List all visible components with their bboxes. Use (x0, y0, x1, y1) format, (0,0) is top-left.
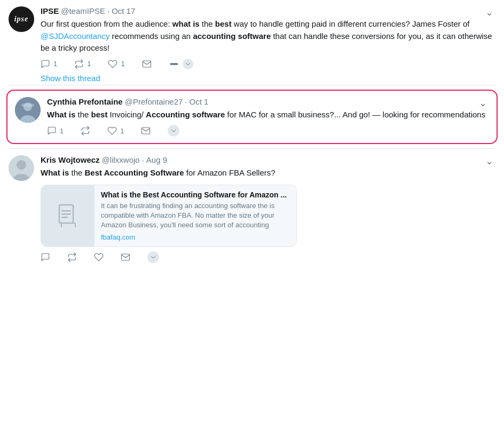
tweet-kris-dot: · (142, 155, 144, 164)
tweet-ipse-comment-count: 1 (53, 60, 57, 68)
tweet-ipse-chevron[interactable]: ⌄ (483, 6, 495, 18)
tweet-kris-chevron[interactable]: ⌄ (483, 155, 495, 167)
svg-rect-10 (61, 210, 71, 212)
tweet-kris-more-action[interactable] (147, 251, 159, 263)
link-card-description: It can be frustrating finding an account… (101, 201, 290, 231)
link-card[interactable]: What is the Best Accounting Software for… (41, 185, 297, 248)
more-icon (169, 59, 179, 69)
tweet-ipse-actions: 1 1 1 (41, 59, 495, 69)
comment-icon-2 (47, 126, 57, 136)
tweet-cynthia-body: Cynthia Prefontaine @Prefontaine27 · Oct… (15, 97, 489, 137)
tweet-ipse-meta: IPSE @teamIPSE · Oct 17 (41, 6, 135, 15)
avatar-cynthia (15, 97, 41, 123)
tweet-ipse-author: IPSE (41, 6, 59, 15)
tweet-kris-actions (41, 251, 495, 263)
tweet-cynthia-like-action[interactable]: 1 (107, 126, 124, 136)
tweet-kris-meta: Kris Wojtowecz @lilxxwojo · Aug 9 (41, 155, 167, 164)
tweet-cynthia-author: Cynthia Prefontaine (47, 97, 123, 106)
link-card-content: What is the Best Accounting Software for… (94, 185, 296, 247)
tweet-kris-text: What is the Best Accounting Software for… (41, 167, 495, 179)
tweet-ipse-like-count: 1 (121, 60, 124, 68)
tweet-cynthia-chevron[interactable]: ⌄ (477, 97, 489, 109)
avatar-cynthia-image (15, 97, 41, 123)
tweet-cynthia-date: Oct 1 (190, 97, 209, 106)
tweet-cynthia-dot: · (185, 97, 187, 106)
svg-rect-5 (21, 104, 34, 107)
heart-icon-3 (94, 252, 104, 262)
avatar-kris (9, 155, 34, 181)
tweet-cynthia-text: What is the best Invoicing/ Accounting s… (47, 109, 489, 121)
retweet-icon (74, 59, 84, 69)
tweet-kris-handle: @lilxxwojo (102, 155, 140, 164)
tweet-ipse-dot: · (107, 6, 109, 15)
avatar-kris-image (9, 155, 34, 181)
svg-rect-12 (61, 217, 68, 218)
svg-rect-0 (170, 63, 178, 65)
tweet-kris-like-action[interactable] (94, 252, 104, 262)
link-card-thumbnail (41, 185, 94, 247)
tweet-cynthia-message-action[interactable] (141, 126, 151, 136)
mail-icon-2 (141, 126, 151, 136)
tweet-cynthia-like-count: 1 (120, 127, 124, 135)
tweet-ipse-handle: @teamIPSE (61, 6, 105, 15)
tweet-cynthia-more-action[interactable] (168, 125, 179, 137)
comment-icon-3 (41, 252, 50, 262)
divider-1 (9, 85, 495, 85)
tweet-kris-author: Kris Wojtowecz (41, 155, 100, 164)
comment-icon (41, 59, 50, 69)
tweet-kris-body: Kris Wojtowecz @lilxxwojo · Aug 9 ⌄ What… (9, 155, 495, 263)
tweet-ipse-container: ipse IPSE @teamIPSE · Oct 17 ⌄ Our first… (0, 0, 504, 85)
retweet-icon-2 (81, 126, 90, 136)
tweet-ipse-body: ipse IPSE @teamIPSE · Oct 17 ⌄ Our first… (9, 6, 495, 69)
mail-icon (142, 59, 152, 69)
tweet-ipse-like-action[interactable]: 1 (108, 59, 124, 69)
mail-icon-3 (121, 252, 130, 262)
tweet-cynthia-meta: Cynthia Prefontaine @Prefontaine27 · Oct… (47, 97, 208, 106)
tweet-cynthia-comment-action[interactable]: 1 (47, 126, 64, 136)
link-card-url: fbafaq.com (101, 233, 290, 241)
tweet-ipse-content: IPSE @teamIPSE · Oct 17 ⌄ Our first ques… (41, 6, 495, 69)
chevron-down-icon (183, 59, 193, 69)
tweet-kris-retweet-action[interactable] (67, 252, 77, 262)
tweet-ipse-text: Our first question from the audience: wh… (41, 18, 495, 54)
tweet-ipse-comment-action[interactable]: 1 (41, 59, 57, 69)
avatar-ipse: ipse (9, 6, 34, 32)
tweet-kris-date: Aug 9 (146, 155, 167, 164)
tweet-ipse-more-action[interactable] (169, 59, 193, 69)
tweet-ipse-retweet-action[interactable]: 1 (74, 59, 91, 69)
svg-rect-11 (61, 213, 71, 215)
tweet-cynthia-handle: @Prefontaine27 (125, 97, 183, 106)
ipse-logo-text: ipse (14, 15, 29, 23)
heart-icon-2 (107, 126, 117, 136)
tweet-kris-content: Kris Wojtowecz @lilxxwojo · Aug 9 ⌄ What… (41, 155, 495, 263)
tweet-ipse-retweet-count: 1 (87, 60, 91, 68)
tweet-ipse-date: Oct 17 (112, 6, 135, 15)
chevron-down-icon-3 (147, 251, 159, 263)
document-icon (56, 204, 80, 227)
tweet-cynthia-comment-count: 1 (60, 127, 64, 135)
tweet-cynthia-content: Cynthia Prefontaine @Prefontaine27 · Oct… (47, 97, 489, 137)
tweet-kris-message-action[interactable] (121, 252, 130, 262)
retweet-icon-3 (67, 252, 77, 262)
tweet-cynthia-container: Cynthia Prefontaine @Prefontaine27 · Oct… (6, 90, 498, 145)
svg-point-7 (17, 160, 26, 170)
tweet-cynthia-actions: 1 1 (47, 125, 489, 137)
heart-icon (108, 59, 117, 69)
link-card-title: What is the Best Accounting Software for… (101, 190, 290, 199)
tweet-ipse-message-action[interactable] (142, 59, 152, 69)
sjd-accountancy-link[interactable]: @SJDAccountancy (41, 31, 109, 41)
tweet-kris-container: Kris Wojtowecz @lilxxwojo · Aug 9 ⌄ What… (0, 149, 504, 269)
show-thread-link[interactable]: Show this thread (41, 74, 100, 83)
tweet-cynthia-retweet-action[interactable] (81, 126, 90, 136)
chevron-down-icon-2 (168, 125, 179, 137)
tweet-kris-comment-action[interactable] (41, 252, 50, 262)
